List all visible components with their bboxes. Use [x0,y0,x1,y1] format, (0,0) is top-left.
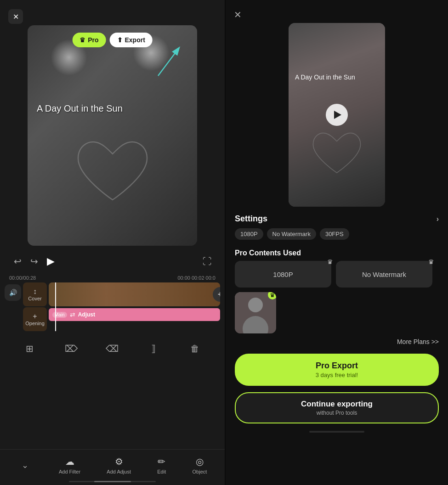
pro-items-grid: 1080P ♛ No Watermark ♛ ♛ [226,261,448,333]
fullscreen-button[interactable]: ⛶ [199,253,215,270]
pro-item-watermark: No Watermark ♛ [336,261,432,288]
settings-arrow-icon[interactable]: › [437,215,439,223]
pro-crown-photo: ♛ [268,292,276,299]
scroll-thumb [94,481,131,482]
add-adjust-icon: ⚙ [115,456,123,467]
svg-line-1 [158,48,179,76]
play-button[interactable]: ▶ [42,253,59,270]
main-badge: Main [52,312,67,318]
export-button[interactable]: ⬆ Export [110,33,153,47]
track-sidebar: 🔊 [5,282,21,331]
redo-button[interactable]: ↪ [26,253,42,270]
time-current: 00:00 [9,275,22,281]
adjust-icon: ⇄ [70,311,75,318]
split-tool[interactable]: ⟧ [144,339,163,358]
video-preview-left: A Day Out in the Sun ♛ Pro ⬆ Export [28,25,197,246]
delete-tool[interactable]: 🗑 [186,339,204,358]
time-total: 00:28 [23,275,36,281]
settings-section: Settings › 1080P No Watermark 30FPS [226,207,448,243]
edit-icon: ✏ [158,456,165,467]
close-right-button[interactable]: ✕ [234,9,242,20]
pro-item-watermark-label: No Watermark [362,271,406,278]
heart-shape-svg [71,135,154,209]
svg-point-3 [248,298,263,312]
video-track: + [49,282,220,306]
edit-toolbar: ⊞ ⌦ ⌫ ⟧ 🗑 [0,335,225,362]
time-mark-1: 00:00 [177,275,190,281]
trim-right-tool[interactable]: ⌫ [103,339,121,358]
right-panel: ✕ A Day Out in the Sun Settings › 1080P … [226,0,448,485]
video-track-thumbnail [49,282,220,306]
pro-export-sub-label: 3 days free trial! [316,372,358,378]
track-area: 🔊 ↕ Cover + Opening + [5,282,220,331]
video-title-overlay: A Day Out in the Sun [37,103,123,114]
adjust-track: Main ⇄ Adjust [49,308,220,321]
object-icon: ◎ [196,456,204,467]
object-tool[interactable]: ◎ Object [193,456,207,474]
settings-tag-1080p: 1080P [235,228,263,240]
pro-item-photo: ♛ [235,292,276,333]
pro-export-button[interactable]: Pro Export 3 days free trial! [235,354,439,386]
pro-crown-watermark: ♛ [428,258,434,265]
pro-crown-1080p: ♛ [327,258,333,265]
timeline-cursor [55,282,56,331]
continue-export-button[interactable]: Continue exporting without Pro tools [235,392,439,423]
time-mark-2: 00:02 [192,275,204,281]
pro-item-1080p-label: 1080P [273,271,293,278]
pro-button[interactable]: ♛ Pro [72,33,106,47]
edit-tool[interactable]: ✏ Edit [157,456,166,474]
continue-sub-label: without Pro tools [317,410,357,416]
crown-icon: ♛ [79,36,85,44]
add-filter-tool[interactable]: ☁ Add Filter [59,456,80,474]
play-overlay-button[interactable] [326,104,348,126]
trim-left-tool[interactable]: ⌦ [62,339,80,358]
video-preview-right: A Day Out in the Sun [289,23,385,207]
settings-title-row: Settings › [235,214,439,224]
left-panel: ✕ A Day Out in the Sun ♛ Pro ⬆ Export [0,0,225,485]
add-clip-tool[interactable]: ⊞ [21,339,39,358]
play-triangle-icon [334,111,341,119]
cover-icon: ↕ [33,288,37,296]
playback-controls: ↩ ↪ ▶ ⛶ [0,248,225,275]
settings-tags: 1080P No Watermark 30FPS [235,228,439,240]
timeline-time: 00:00 / 00:28 00:00 · 00:02 · 00:0 [0,275,225,281]
settings-tag-watermark: No Watermark [267,228,316,240]
right-video-title: A Day Out in the Sun [295,73,355,81]
pro-item-1080p: 1080P ♛ [235,261,331,288]
more-plans-link[interactable]: More Plans >> [226,333,448,350]
right-scroll-indicator [309,431,364,433]
video-top-buttons: ♛ Pro ⬆ Export [72,33,153,47]
close-left-button[interactable]: ✕ [8,9,23,24]
track-action-buttons: ↕ Cover + Opening [23,282,47,331]
add-filter-icon: ☁ [65,456,74,467]
opening-button[interactable]: + Opening [23,307,47,331]
pro-contents-title: Pro Contents Used [226,243,448,261]
continue-main-label: Continue exporting [301,400,373,409]
right-heart-svg [307,129,367,179]
time-mark-3: 00:0 [206,275,215,281]
teal-arrow-annotation [144,44,186,80]
opening-icon: + [33,312,37,321]
collapse-button[interactable]: ⌄ [18,458,33,473]
pro-export-main-label: Pro Export [316,361,358,371]
bottom-toolbar: ⌄ ☁ Add Filter ⚙ Add Adjust ✏ Edit ◎ Obj… [0,449,225,481]
audio-track-button[interactable]: 🔊 [5,284,21,301]
settings-title-text: Settings [235,214,267,224]
add-adjust-tool[interactable]: ⚙ Add Adjust [107,456,131,474]
tracks-content: + Main ⇄ Adjust [49,282,220,331]
scroll-indicator [69,481,156,482]
upload-icon: ⬆ [117,36,123,44]
adjust-label: Adjust [78,311,95,318]
undo-button[interactable]: ↩ [9,253,26,270]
cover-button[interactable]: ↕ Cover [23,282,47,306]
settings-tag-fps: 30FPS [320,228,349,240]
